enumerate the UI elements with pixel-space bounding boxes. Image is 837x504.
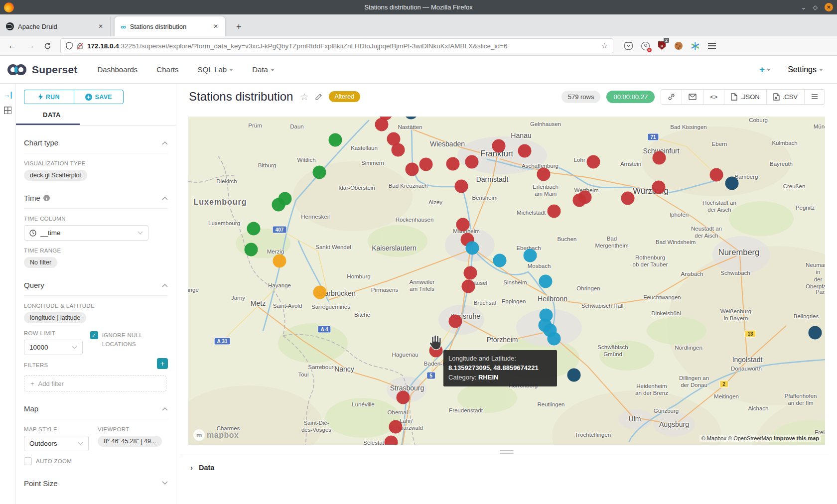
station-point[interactable]	[652, 181, 666, 194]
settings-menu[interactable]: Settings	[788, 65, 823, 74]
station-point[interactable]	[397, 391, 410, 404]
panel-resize-handle[interactable]	[500, 450, 514, 454]
insecure-lock-icon[interactable]	[77, 42, 83, 50]
viz-type-value[interactable]: deck.gl Scatterplot	[24, 170, 87, 181]
station-point[interactable]	[621, 192, 635, 205]
station-point[interactable]	[493, 254, 507, 267]
lonlat-value[interactable]: longitude | latitude	[24, 312, 86, 323]
station-point[interactable]	[462, 280, 475, 293]
nav-sql-lab[interactable]: SQL Lab	[198, 65, 234, 74]
share-link-button[interactable]	[661, 90, 682, 104]
url-bar[interactable]: 172.18.0.4:32251/superset/explore/?form_…	[60, 38, 613, 53]
window-maximize-icon[interactable]: ◇	[813, 4, 818, 10]
station-point[interactable]	[548, 205, 561, 218]
edit-properties-icon[interactable]	[315, 93, 323, 101]
adblock-shield-icon[interactable]: u2	[658, 41, 666, 50]
tab-apache-druid[interactable]: Apache Druid ✕	[0, 16, 111, 36]
mapbox-logo[interactable]: m mapbox	[193, 429, 239, 441]
section-title[interactable]: Query	[24, 281, 44, 289]
station-point[interactable]	[455, 180, 468, 193]
email-button[interactable]	[682, 90, 703, 104]
nav-charts[interactable]: Charts	[156, 65, 178, 74]
station-point[interactable]	[537, 168, 551, 181]
row-limit-select[interactable]: 10000	[24, 340, 83, 355]
chevron-up-icon[interactable]	[162, 141, 168, 145]
improve-map-link[interactable]: Improve this map	[774, 435, 819, 441]
browser-menu-icon[interactable]	[708, 43, 716, 49]
station-point[interactable]	[392, 143, 405, 157]
run-button[interactable]: RUN	[24, 90, 74, 104]
pocket-icon[interactable]	[624, 42, 633, 50]
tab-stations-distribution[interactable]: ∞ Stations distribution ✕	[115, 16, 225, 36]
station-point[interactable]	[456, 218, 470, 232]
add-filter-plus-button[interactable]: +	[157, 358, 168, 369]
station-point[interactable]	[567, 369, 581, 382]
station-point[interactable]	[518, 144, 532, 158]
station-point[interactable]	[273, 254, 286, 268]
station-point[interactable]	[573, 194, 586, 207]
tracking-shield-icon[interactable]	[66, 42, 73, 50]
section-title[interactable]: Map	[24, 404, 38, 413]
nav-data[interactable]: Data	[252, 65, 275, 74]
chevron-down-icon[interactable]	[162, 481, 168, 485]
station-point[interactable]	[465, 155, 479, 169]
window-minimize-icon[interactable]: ⌄	[801, 4, 806, 10]
station-point[interactable]	[406, 163, 419, 176]
ignore-null-checkbox[interactable]: ✓	[90, 331, 98, 339]
tab-data[interactable]: DATA	[16, 111, 80, 125]
station-point[interactable]	[419, 158, 433, 171]
chevron-up-icon[interactable]	[162, 283, 168, 287]
save-button[interactable]: SAVE	[74, 90, 124, 104]
section-title[interactable]: Time	[24, 194, 40, 202]
station-point[interactable]	[272, 198, 285, 212]
add-filter-box[interactable]: + Add filter	[24, 376, 166, 391]
window-close-icon[interactable]: ✕	[825, 3, 833, 11]
password-manager-icon[interactable]	[641, 42, 650, 50]
station-point[interactable]	[710, 168, 723, 182]
embed-code-button[interactable]: <>	[703, 90, 724, 104]
map-attribution[interactable]: © Mapbox © OpenStreetMap Improve this ma…	[699, 435, 821, 442]
station-point[interactable]	[524, 249, 537, 262]
auto-zoom-checkbox[interactable]	[24, 457, 32, 465]
export-csv-button[interactable]: .CSV	[766, 90, 804, 104]
forward-button[interactable]: →	[26, 41, 35, 51]
station-point[interactable]	[375, 118, 389, 131]
viewport-value[interactable]: 8° 46' 45.28" | 49...	[98, 436, 162, 447]
station-point[interactable]	[548, 332, 561, 346]
back-button[interactable]: ←	[8, 41, 16, 51]
nav-dashboards[interactable]: Dashboards	[97, 65, 138, 74]
export-json-button[interactable]: .JSON	[724, 90, 766, 104]
tab-close-icon[interactable]: ✕	[211, 22, 220, 31]
time-range-value[interactable]: No filter	[24, 257, 57, 268]
station-point[interactable]	[466, 242, 479, 255]
reload-button[interactable]	[44, 42, 51, 50]
station-point[interactable]	[449, 315, 462, 328]
station-point[interactable]	[329, 133, 342, 147]
station-point[interactable]	[464, 266, 477, 280]
chevron-up-icon[interactable]	[162, 407, 168, 411]
cookie-extension-icon[interactable]	[675, 42, 683, 50]
bookmark-star-icon[interactable]: ☆	[601, 41, 608, 50]
station-point[interactable]	[446, 157, 460, 171]
station-point[interactable]	[653, 151, 666, 165]
station-point[interactable]	[539, 275, 553, 288]
map-style-select[interactable]: Outdoors	[24, 436, 89, 451]
station-point[interactable]	[247, 222, 261, 236]
station-point[interactable]	[313, 286, 327, 299]
station-point[interactable]	[809, 326, 822, 340]
tab-close-icon[interactable]: ✕	[96, 22, 105, 31]
section-title[interactable]: Point Size	[24, 479, 58, 488]
station-point[interactable]	[725, 177, 739, 190]
station-point[interactable]	[492, 139, 506, 153]
datasource-grid-icon[interactable]	[4, 107, 11, 114]
collapse-panel-icon[interactable]: →|	[3, 91, 12, 99]
station-point[interactable]	[313, 166, 326, 179]
chart-menu-button[interactable]	[804, 90, 825, 104]
new-tab-button[interactable]: +	[232, 22, 246, 36]
superset-brand[interactable]: Superset	[6, 63, 77, 77]
data-panel-toggle[interactable]: › Data	[190, 463, 214, 472]
chevron-up-icon[interactable]	[162, 196, 168, 200]
favorite-star-icon[interactable]: ☆	[300, 91, 308, 103]
extension-asterisk-icon[interactable]	[691, 42, 699, 50]
station-point[interactable]	[389, 420, 403, 434]
